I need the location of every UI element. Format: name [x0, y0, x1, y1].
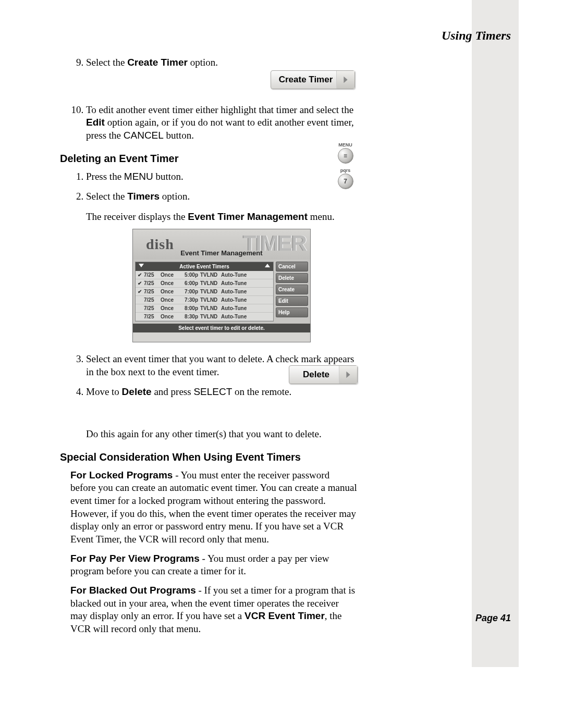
check-icon: ✔ [138, 272, 144, 278]
row-action: Auto-Tune [221, 305, 271, 312]
margin-strip [472, 0, 519, 667]
check-icon: ✔ [138, 280, 144, 287]
triangle-up-icon [265, 264, 270, 267]
timer-side-buttons: Cancel Delete Create Edit Help [274, 262, 308, 322]
row-action: Auto-Tune [221, 288, 271, 295]
bold: Delete [122, 386, 152, 397]
delete-step-2: Select the Timers option. The receiver d… [86, 190, 357, 342]
step-9: Select the Create Timer option. [86, 56, 357, 96]
check-icon: ✔ [138, 288, 144, 295]
edit-side-button[interactable]: Edit [276, 296, 308, 306]
delete-side-button[interactable]: Delete [276, 273, 308, 283]
text: - You must enter the receiver password b… [70, 470, 357, 545]
text: on the remote. [232, 386, 291, 397]
timer-banner: dish TIMER Event Timer Management [133, 229, 310, 260]
delete-step-1: Press the MENU button. [86, 170, 357, 183]
locked-programs-para: For Locked Programs - You must enter the… [70, 469, 357, 546]
text: Press the [86, 171, 124, 182]
row-date: 7/25 [144, 313, 161, 320]
row-time: 6:00p [177, 280, 200, 287]
display-line: The receiver displays the Event Timer Ma… [86, 211, 357, 224]
timer-subtitle: Event Timer Management [133, 249, 310, 258]
row-channel: TVLND [200, 313, 221, 320]
timer-row[interactable]: ✔7/25Once5:00pTVLNDAuto-Tune [136, 271, 273, 279]
row-freq: Once [161, 288, 177, 295]
deleting-steps-list: Press the MENU button. Select the Timers… [60, 170, 357, 441]
special-considerations-heading: Special Consideration When Using Event T… [60, 450, 357, 464]
text: and press [152, 386, 194, 397]
triangle-down-icon [139, 264, 144, 267]
row-channel: TVLND [200, 288, 221, 295]
row-channel: TVLND [200, 305, 221, 312]
bold: Timers [127, 191, 160, 202]
row-time: 7:30p [177, 297, 200, 303]
text: button. [153, 171, 183, 182]
text: Select the [86, 191, 127, 202]
text: Select the [86, 57, 127, 68]
step-10: To edit another event timer either highl… [86, 104, 357, 142]
header-text: Active Event Timers [179, 264, 229, 269]
check-icon [138, 313, 144, 320]
check-icon [138, 305, 144, 312]
delete-step-4: Move to Delete and press SELECT on the r… [86, 386, 357, 440]
text: Move to [86, 386, 122, 397]
bold: Edit [86, 117, 105, 128]
page-number: Page 41 [475, 613, 511, 624]
row-date: 7/25 [144, 288, 161, 295]
row-channel: TVLND [200, 280, 221, 287]
timer-row[interactable]: ✔7/25Once7:00pTVLNDAuto-Tune [136, 288, 273, 296]
sans: MENU [124, 171, 153, 182]
row-channel: TVLND [200, 272, 221, 278]
active-timers-header: Active Event Timers [136, 262, 273, 271]
text: The receiver displays the [86, 211, 188, 222]
timer-row[interactable]: 7/25Once8:00pTVLNDAuto-Tune [136, 304, 273, 313]
sans: SELECT [193, 386, 232, 397]
help-side-button[interactable]: Help [276, 307, 308, 317]
timer-footer-hint: Select event timer to edit or delete. [133, 324, 310, 332]
timer-rows-container: ✔7/25Once5:00pTVLNDAuto-Tune✔7/25Once6:0… [136, 271, 273, 321]
row-freq: Once [161, 272, 177, 278]
continued-steps-list: Select the Create Timer option. To edit … [60, 56, 357, 142]
bold: For Pay Per View Programs [70, 553, 200, 564]
row-freq: Once [161, 297, 177, 303]
row-date: 7/25 [144, 280, 161, 287]
sans: CANCEL [124, 130, 164, 141]
timer-bottom-pad [133, 332, 310, 342]
row-channel: TVLND [200, 297, 221, 303]
timer-row[interactable]: ✔7/25Once6:00pTVLNDAuto-Tune [136, 279, 273, 288]
page: Using Timers Page 41 Create Timer Delete… [0, 0, 563, 728]
timer-row[interactable]: 7/25Once8:30pTVLNDAuto-Tune [136, 313, 273, 321]
cancel-button[interactable]: Cancel [276, 262, 308, 272]
spacer [86, 69, 357, 96]
bold: VCR Event Timer [244, 610, 325, 621]
timer-body: Active Event Timers ✔7/25Once5:00pTVLNDA… [133, 260, 310, 324]
ppv-para: For Pay Per View Programs - You must ord… [70, 552, 357, 578]
text: menu. [308, 211, 335, 222]
row-date: 7/25 [144, 297, 161, 303]
check-icon [138, 297, 144, 303]
row-date: 7/25 [144, 272, 161, 278]
row-freq: Once [161, 280, 177, 287]
row-time: 8:00p [177, 305, 200, 312]
bold: For Blacked Out Programs [70, 585, 196, 596]
bold: Event Timer Management [188, 211, 308, 222]
text: To edit another event timer either highl… [86, 104, 353, 115]
row-time: 7:00p [177, 288, 200, 295]
create-side-button[interactable]: Create [276, 285, 308, 294]
text: option. [160, 191, 190, 202]
spacer [86, 399, 357, 424]
active-timers-list: Active Event Timers ✔7/25Once5:00pTVLNDA… [135, 262, 274, 322]
row-time: 5:00p [177, 272, 200, 278]
delete-step-3: Select an event timer that you want to d… [86, 353, 357, 378]
text: option. [188, 57, 218, 68]
page-header-title: Using Timers [442, 29, 511, 43]
deleting-event-timer-heading: Deleting an Event Timer [60, 152, 357, 165]
timer-row[interactable]: 7/25Once7:30pTVLNDAuto-Tune [136, 296, 273, 304]
row-action: Auto-Tune [221, 272, 271, 278]
delete-again-line: Do this again for any other timer(s) tha… [86, 428, 357, 441]
row-time: 8:30p [177, 313, 200, 320]
event-timer-management-screenshot: dish TIMER Event Timer Management Active… [132, 229, 311, 342]
row-freq: Once [161, 313, 177, 320]
row-action: Auto-Tune [221, 297, 271, 303]
bold: For Locked Programs [70, 470, 173, 480]
